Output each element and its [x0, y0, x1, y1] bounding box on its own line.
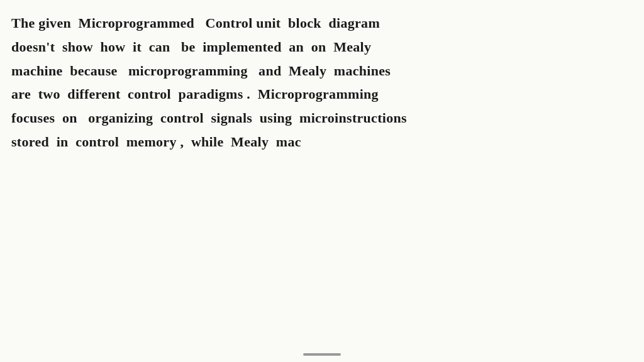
text-line-3: machine because microprogramming and Mea… — [11, 59, 628, 83]
page-container: The given Microprogrammed Control unit b… — [0, 0, 644, 362]
text-line-4: are two different control paradigms . Mi… — [11, 82, 628, 106]
main-text-block: The given Microprogrammed Control unit b… — [11, 11, 628, 154]
text-line-6: stored in control memory , while Mealy m… — [11, 130, 628, 154]
text-line-1: The given Microprogrammed Control unit b… — [11, 11, 628, 35]
text-line-5: focuses on organizing control signals us… — [11, 106, 628, 130]
text-line-2: doesn't show how it can be implemented a… — [11, 35, 628, 59]
bottom-indicator — [303, 353, 341, 356]
